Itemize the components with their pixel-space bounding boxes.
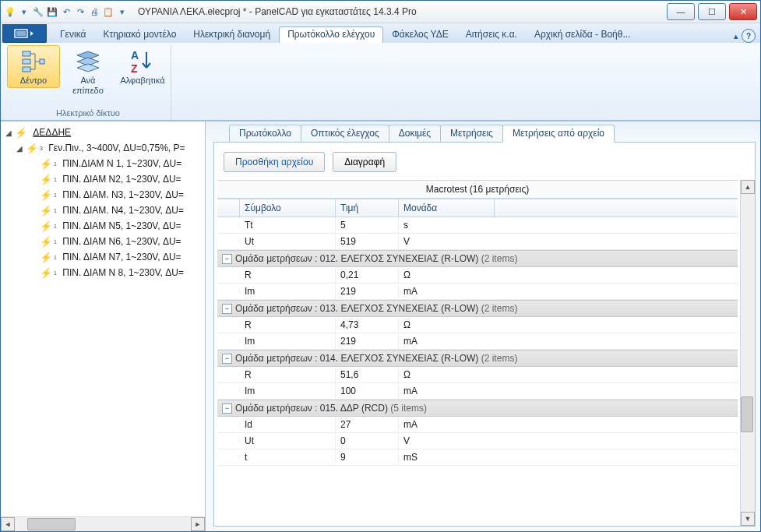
grid-caption: Macrotest (16 μετρήσεις) (217, 180, 738, 199)
bolt-icon: ⚡ (40, 220, 52, 232)
ribbon-group-network: Δέντρο Ανάεπίπεδο AZ Αλφαβητικά Ηλεκτρικ… (5, 45, 171, 120)
minimize-button[interactable]: — (667, 3, 695, 20)
collapse-icon[interactable]: ◢ (4, 129, 13, 137)
ribbon-tab[interactable]: Αρχική σελίδα - Βοήθ... (526, 26, 639, 43)
measurements-grid-wrap: Macrotest (16 μετρήσεις) Σύμβολο Τιμή Μο… (214, 180, 755, 526)
cell-value: 5 (336, 217, 399, 233)
grid-header-symbol[interactable]: Σύμβολο (240, 199, 336, 217)
window-controls: — ☐ ✕ (667, 3, 757, 20)
table-row[interactable]: Im219mA (217, 284, 738, 300)
add-file-button[interactable]: Προσθήκη αρχείου (224, 152, 325, 172)
group-count: (2 items) (481, 303, 518, 314)
table-row[interactable]: Im100mA (217, 383, 738, 400)
bulb-icon[interactable]: 💡 (4, 5, 16, 18)
redo-icon[interactable]: ↷ (74, 5, 86, 18)
wrench-icon[interactable]: 🔧 (32, 5, 44, 18)
bolt-icon: ⚡ (40, 205, 52, 217)
paste-icon[interactable]: 📋 (102, 5, 115, 18)
bolt-icon: ⚡ (15, 127, 27, 139)
table-row[interactable]: R0,21Ω (217, 267, 738, 284)
scroll-up-icon[interactable]: ▲ (741, 180, 755, 194)
cell-symbol: Id (240, 417, 336, 432)
tree-node-label[interactable]: ΠΙΝ. ΔΙΑΜ Ν2, 1~230V, ΔU= (62, 174, 181, 185)
scroll-down-icon[interactable]: ▼ (741, 512, 755, 526)
tree-node-label[interactable]: ΠΙΝ.ΔΙΑΜ Ν 1, 1~230V, ΔU= (62, 158, 181, 169)
inner-tab-strip: ΠρωτόκολλοΟπτικός έλεγχοςΔοκιμέςΜετρήσει… (206, 122, 760, 142)
cell-unit: mA (399, 417, 494, 432)
tree-node-label[interactable]: ΠΙΝ. ΔΙΑΜ Ν7, 1~230V, ΔU= (62, 252, 181, 262)
table-row[interactable]: Im219mA (217, 333, 738, 350)
grid-body[interactable]: Tt5sUt519V−Ομάδα μετρήσεων : 012. ΕΛΕΓΧΟ… (217, 217, 738, 466)
alpha-sort-button[interactable]: AZ Αλφαβητικά (116, 45, 169, 88)
undo-icon[interactable]: ↶ (60, 5, 72, 18)
tree-horizontal-scrollbar[interactable]: ◄ ► (1, 516, 205, 531)
ribbon-tab[interactable]: Αιτήσεις κ.α. (457, 26, 526, 43)
tree-node-label[interactable]: ΔΕΔΔΗΕ (33, 127, 71, 138)
tree-node-label[interactable]: ΠΙΝ. ΔΙΑΜ Ν5, 1~230V, ΔU= (62, 220, 181, 231)
ribbon-tab[interactable]: Ηλεκτρική διανομή (185, 26, 279, 43)
app-menu-button[interactable] (2, 24, 47, 43)
tab-page-measurements-file: Προσθήκη αρχείου Διαγραφή Macrotest (16 … (213, 143, 756, 527)
scroll-thumb[interactable] (741, 396, 753, 432)
close-button[interactable]: ✕ (729, 3, 757, 20)
table-row[interactable]: Ut0V (217, 433, 738, 449)
ribbon-tab[interactable]: Γενικά (51, 26, 94, 43)
tree-view-button[interactable]: Δέντρο (7, 45, 60, 88)
network-tree[interactable]: ◢⚡ ΔΕΔΔΗΕ◢⚡3 Γεν.Πιν., 3~400V, ΔU=0,75%,… (1, 122, 205, 516)
inner-tab[interactable]: Οπτικός έλεγχος (301, 125, 389, 142)
collapse-group-icon[interactable]: − (222, 304, 232, 314)
cell-value: 519 (336, 234, 399, 249)
ribbon-tab[interactable]: Πρωτόκολλο ελέγχου (279, 26, 383, 43)
cell-value: 0,21 (336, 267, 399, 283)
bolt-icon: ⚡ (26, 143, 38, 154)
tree-node-label[interactable]: ΠΙΝ. ΔΙΑΜ Ν 8, 1~230V, ΔU= (62, 267, 184, 278)
group-header-row[interactable]: −Ομάδα μετρήσεων : 012. ΕΛΕΓΧΟΣ ΣΥΝΕΧΕΙΑ… (217, 250, 738, 267)
table-row[interactable]: Ut519V (217, 234, 738, 250)
table-row[interactable]: Tt5s (217, 217, 738, 234)
print-icon[interactable]: 🖨 (88, 5, 100, 18)
bolt-icon: ⚡ (40, 236, 52, 248)
collapse-group-icon[interactable]: − (222, 403, 232, 414)
maximize-button[interactable]: ☐ (698, 3, 726, 20)
save-icon[interactable]: 💾 (46, 5, 58, 18)
table-row[interactable]: Id27mA (217, 417, 738, 433)
table-row[interactable]: R4,73Ω (217, 317, 738, 333)
collapse-icon[interactable]: ◢ (15, 144, 24, 153)
group-header-row[interactable]: −Ομάδα μετρήσεων : 014. ΕΛΕΓΧΟΣ ΣΥΝΕΧΕΙΑ… (217, 350, 738, 367)
group-header-row[interactable]: −Ομάδα μετρήσεων : 013. ΕΛΕΓΧΟΣ ΣΥΝΕΧΕΙΑ… (217, 300, 738, 317)
cell-unit: mS (399, 449, 494, 465)
scroll-left-icon[interactable]: ◄ (1, 517, 15, 531)
cell-symbol: Im (240, 284, 336, 299)
ribbon-tab[interactable]: Κτηριακό μοντέλο (94, 26, 185, 43)
table-row[interactable]: R51,6Ω (217, 367, 738, 383)
cell-value: 9 (336, 449, 399, 465)
group-header-row[interactable]: −Ομάδα μετρήσεων : 015. ΔΔΡ (RCD) (5 ite… (217, 400, 738, 417)
cell-unit: V (399, 234, 494, 249)
scroll-right-icon[interactable]: ► (191, 517, 205, 531)
inner-tab[interactable]: Δοκιμές (389, 125, 441, 142)
tree-node-label[interactable]: ΠΙΝ. ΔΙΑΜ. Ν3, 1~230V, ΔU= (62, 189, 184, 200)
delete-button[interactable]: Διαγραφή (333, 152, 396, 172)
tree-node-label[interactable]: Γεν.Πιν., 3~400V, ΔU=0,75%, P= (48, 143, 185, 153)
level-view-button[interactable]: Ανάεπίπεδο (62, 45, 115, 98)
inner-tab[interactable]: Μετρήσεις από αρχείο (502, 125, 615, 143)
collapse-group-icon[interactable]: − (222, 254, 232, 264)
grid-header-value[interactable]: Τιμή (336, 199, 399, 217)
collapse-ribbon-icon[interactable]: ▴ (734, 31, 738, 41)
cell-symbol: Ut (240, 234, 336, 249)
ribbon-tab[interactable]: Φάκελος ΥΔΕ (383, 26, 456, 43)
table-row[interactable]: t9mS (217, 449, 738, 466)
qat-dropdown-icon[interactable]: ▾ (116, 5, 129, 18)
inner-tab[interactable]: Πρωτόκολλο (229, 125, 301, 142)
grid-header-unit[interactable]: Μονάδα (399, 199, 495, 217)
tree-node-label[interactable]: ΠΙΝ. ΔΙΑΜ Ν6, 1~230V, ΔU= (62, 236, 181, 247)
grid-vertical-scrollbar[interactable]: ▲ ▼ (740, 180, 755, 526)
collapse-group-icon[interactable]: − (222, 354, 232, 364)
cell-value: 4,73 (336, 317, 399, 333)
scroll-thumb[interactable] (27, 518, 76, 530)
bolt-icon: ⚡ (40, 189, 52, 201)
cell-unit: Ω (399, 267, 494, 283)
help-icon[interactable]: ? (742, 29, 756, 43)
tree-node-label[interactable]: ΠΙΝ. ΔΙΑΜ. Ν4, 1~230V, ΔU= (62, 205, 184, 216)
inner-tab[interactable]: Μετρήσεις (440, 125, 503, 142)
